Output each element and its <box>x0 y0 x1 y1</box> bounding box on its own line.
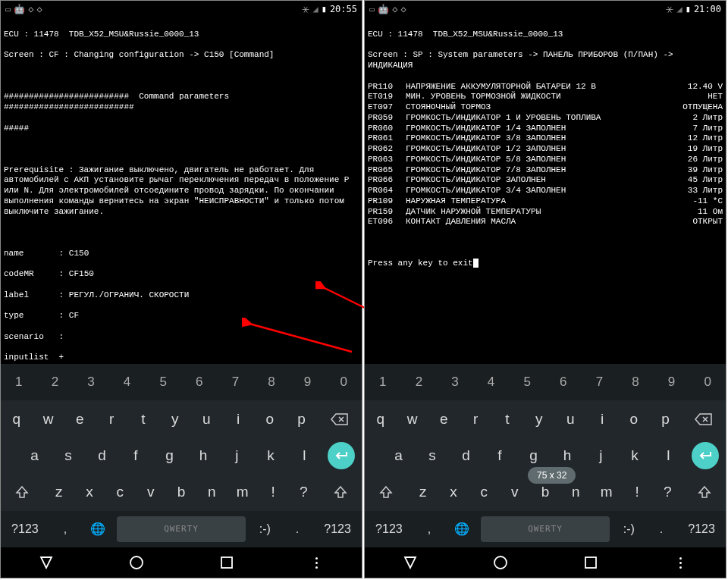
terminal-left[interactable]: ECU : 11478 TDB_X52_MSU&Russie_0000_13 S… <box>1 17 362 364</box>
key-i[interactable]: i <box>586 400 618 437</box>
key-l[interactable]: l <box>287 437 321 474</box>
menu-button[interactable] <box>673 557 689 569</box>
key-s[interactable]: s <box>416 437 449 474</box>
key-d[interactable]: d <box>449 437 482 474</box>
key-4[interactable]: 4 <box>109 364 146 400</box>
symbols-key[interactable]: ?123 <box>365 511 413 547</box>
key-y[interactable]: y <box>523 400 555 437</box>
key-6[interactable]: 6 <box>545 364 582 400</box>
key-punct[interactable]: ? <box>288 474 318 510</box>
key-c[interactable]: c <box>105 474 135 510</box>
globe-key[interactable]: 🌐 <box>81 511 114 547</box>
key-d[interactable]: d <box>85 437 118 474</box>
keyboard[interactable]: 1234567890 qwertyuiop asdfghjkl zxcvbnm!… <box>1 364 362 547</box>
key-p[interactable]: p <box>650 400 682 437</box>
terminal-right[interactable]: ECU : 11478 TDB_X52_MSU&Russie_0000_13 S… <box>365 17 726 364</box>
key-x[interactable]: x <box>74 474 105 510</box>
key-v[interactable]: v <box>136 474 166 510</box>
key-r[interactable]: r <box>460 400 491 437</box>
key-u[interactable]: u <box>191 400 223 437</box>
home-button[interactable] <box>128 554 145 571</box>
key-4[interactable]: 4 <box>473 364 510 400</box>
key-q[interactable]: q <box>1 400 33 437</box>
emoji-key[interactable]: :-) <box>249 511 281 547</box>
key-0[interactable]: 0 <box>325 364 362 400</box>
key-1[interactable]: 1 <box>1 364 37 400</box>
key-v[interactable]: v <box>500 474 530 510</box>
symbols-key[interactable]: ?123 <box>313 511 362 547</box>
shift-key[interactable] <box>683 474 726 510</box>
key-l[interactable]: l <box>651 437 685 474</box>
recent-button[interactable] <box>218 554 235 571</box>
key-u[interactable]: u <box>555 400 587 437</box>
key-2[interactable]: 2 <box>401 364 438 400</box>
key-0[interactable]: 0 <box>689 364 726 400</box>
key-m[interactable]: m <box>228 474 258 510</box>
key-1[interactable]: 1 <box>365 364 401 400</box>
shift-key[interactable] <box>319 474 362 510</box>
menu-button[interactable] <box>309 557 325 569</box>
key-7[interactable]: 7 <box>582 364 618 400</box>
recent-button[interactable] <box>582 554 599 571</box>
backspace-key[interactable] <box>682 400 726 437</box>
key-punct[interactable]: ! <box>622 474 652 510</box>
home-button[interactable] <box>492 554 509 571</box>
key-f[interactable]: f <box>483 437 516 474</box>
key-o[interactable]: o <box>254 400 286 437</box>
key-h[interactable]: h <box>187 437 220 474</box>
back-button[interactable] <box>402 554 419 571</box>
key-k[interactable]: k <box>254 437 287 474</box>
key-y[interactable]: y <box>159 400 191 437</box>
key-z[interactable]: z <box>407 474 438 510</box>
key-5[interactable]: 5 <box>509 364 545 400</box>
key-i[interactable]: i <box>222 400 254 437</box>
key-a[interactable]: a <box>381 437 415 474</box>
key-w[interactable]: w <box>397 400 428 437</box>
key-p[interactable]: p <box>286 400 318 437</box>
key-k[interactable]: k <box>618 437 651 474</box>
key-8[interactable]: 8 <box>617 364 654 400</box>
key-o[interactable]: o <box>618 400 650 437</box>
key-z[interactable]: z <box>43 474 74 510</box>
key-punct[interactable]: ! <box>258 474 288 510</box>
enter-key[interactable] <box>322 442 362 469</box>
comma-key[interactable]: , <box>49 511 82 547</box>
key-r[interactable]: r <box>96 400 127 437</box>
period-key[interactable]: . <box>645 511 678 547</box>
key-e[interactable]: e <box>64 400 96 437</box>
key-t[interactable]: t <box>491 400 523 437</box>
enter-key[interactable] <box>686 442 726 469</box>
key-g[interactable]: g <box>152 437 186 474</box>
key-m[interactable]: m <box>592 474 622 510</box>
key-w[interactable]: w <box>33 400 64 437</box>
key-3[interactable]: 3 <box>437 364 473 400</box>
shift-key[interactable] <box>365 474 407 510</box>
key-c[interactable]: c <box>469 474 499 510</box>
globe-key[interactable]: 🌐 <box>445 511 478 547</box>
space-key[interactable]: QWERTY <box>117 516 246 542</box>
key-b[interactable]: b <box>166 474 196 510</box>
key-j[interactable]: j <box>584 437 617 474</box>
key-3[interactable]: 3 <box>73 364 109 400</box>
key-9[interactable]: 9 <box>654 364 690 400</box>
key-t[interactable]: t <box>127 400 159 437</box>
space-key[interactable]: QWERTY <box>481 516 610 542</box>
key-7[interactable]: 7 <box>218 364 254 400</box>
emoji-key[interactable]: :-) <box>613 511 645 547</box>
back-button[interactable] <box>38 554 55 571</box>
keyboard[interactable]: 1234567890 qwertyuiop asdfghjkl zxcvbnm!… <box>365 364 726 547</box>
period-key[interactable]: . <box>281 511 314 547</box>
comma-key[interactable]: , <box>413 511 446 547</box>
key-8[interactable]: 8 <box>253 364 290 400</box>
shift-key[interactable] <box>1 474 43 510</box>
key-j[interactable]: j <box>220 437 253 474</box>
key-f[interactable]: f <box>119 437 152 474</box>
key-x[interactable]: x <box>438 474 469 510</box>
symbols-key[interactable]: ?123 <box>1 511 49 547</box>
key-2[interactable]: 2 <box>37 364 74 400</box>
key-6[interactable]: 6 <box>181 364 218 400</box>
backspace-key[interactable] <box>318 400 362 437</box>
symbols-key[interactable]: ?123 <box>677 511 726 547</box>
key-punct[interactable]: ? <box>652 474 682 510</box>
key-5[interactable]: 5 <box>145 364 181 400</box>
